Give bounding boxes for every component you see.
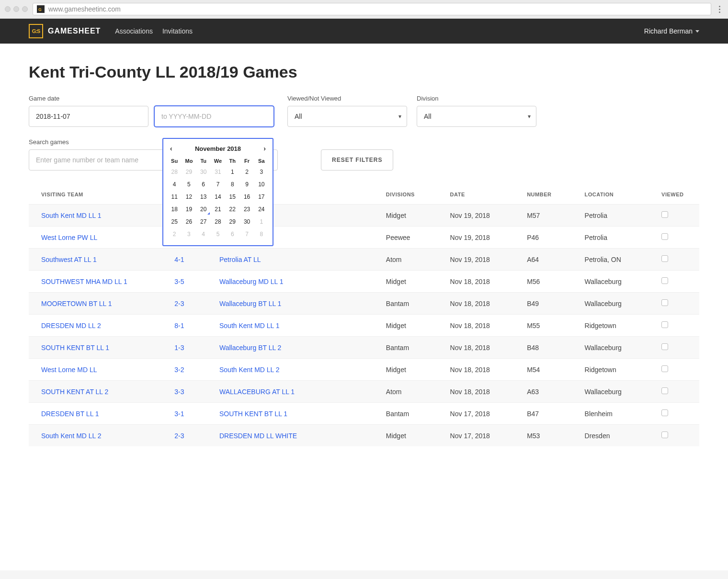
date-from-input[interactable] bbox=[29, 106, 148, 127]
datepicker-day-muted[interactable]: 2 bbox=[167, 228, 182, 240]
viewed-checkbox[interactable] bbox=[661, 321, 668, 328]
reset-filters-button[interactable]: RESET FILTERS bbox=[321, 149, 393, 170]
home-team-link[interactable]: SOUTH KENT BT LL 1 bbox=[219, 410, 287, 418]
table-row[interactable]: West Lorne MD LL3-2South Kent MD LL 2Mid… bbox=[29, 359, 699, 381]
home-team-link[interactable]: South Kent MD LL 1 bbox=[219, 322, 280, 329]
viewed-checkbox[interactable] bbox=[661, 387, 668, 394]
table-row[interactable]: SOUTH KENT BT LL 11-3Wallaceburg BT LL 2… bbox=[29, 337, 699, 359]
nav-link-associations[interactable]: Associations bbox=[115, 27, 153, 35]
viewed-checkbox[interactable] bbox=[661, 233, 668, 240]
home-team-link[interactable]: DRESDEN MD LL WHITE bbox=[219, 432, 297, 440]
datepicker-day[interactable]: 6 bbox=[196, 178, 211, 191]
browser-menu-icon[interactable] bbox=[716, 6, 723, 13]
table-row[interactable]: SOUTH KENT AT LL 23-3WALLACEBURG AT LL 1… bbox=[29, 381, 699, 403]
datepicker-day[interactable]: 5 bbox=[182, 178, 196, 191]
home-team-link[interactable]: Petrolia AT LL bbox=[219, 256, 261, 263]
date-to-input[interactable] bbox=[154, 106, 274, 127]
table-row[interactable]: SOUTHWEST MHA MD LL 13-5Wallaceburg MD L… bbox=[29, 271, 699, 293]
datepicker-day[interactable]: 14 bbox=[211, 191, 225, 203]
visiting-team-link[interactable]: SOUTHWEST MHA MD LL 1 bbox=[41, 278, 127, 285]
nav-link-invitations[interactable]: Invitations bbox=[162, 27, 193, 35]
datepicker-next-icon[interactable]: › bbox=[263, 145, 266, 152]
datepicker-day[interactable]: 9 bbox=[239, 178, 254, 191]
visiting-team-link[interactable]: DRESDEN MD LL 2 bbox=[41, 322, 101, 329]
datepicker-day[interactable]: 11 bbox=[167, 191, 182, 203]
window-close[interactable] bbox=[5, 6, 11, 12]
datepicker-day[interactable]: 22 bbox=[225, 203, 239, 216]
datepicker-day[interactable]: 26 bbox=[182, 216, 196, 228]
window-maximize[interactable] bbox=[22, 6, 28, 12]
visiting-team-link[interactable]: West Lorne PW LL bbox=[41, 234, 97, 241]
viewed-checkbox[interactable] bbox=[661, 277, 668, 284]
table-row[interactable]: South Kent MD LL 17-3Petrolia MD LLMidge… bbox=[29, 204, 699, 227]
datepicker-day[interactable]: 7 bbox=[211, 178, 225, 191]
visiting-team-link[interactable]: South Kent MD LL 1 bbox=[41, 212, 102, 219]
datepicker-day[interactable]: 4 bbox=[167, 178, 182, 191]
datepicker-day[interactable]: 2 bbox=[239, 166, 254, 178]
datepicker-day-muted[interactable]: 5 bbox=[211, 228, 225, 240]
viewed-checkbox[interactable] bbox=[661, 409, 668, 416]
visiting-team-link[interactable]: SOUTH KENT AT LL 2 bbox=[41, 388, 108, 396]
datepicker-day-muted[interactable]: 1 bbox=[254, 216, 269, 228]
viewed-checkbox[interactable] bbox=[661, 431, 668, 438]
home-team-link[interactable]: Wallaceburg BT LL 1 bbox=[219, 300, 281, 307]
visiting-team-link[interactable]: West Lorne MD LL bbox=[41, 366, 97, 374]
datepicker-day[interactable]: 3 bbox=[254, 166, 269, 178]
table-row[interactable]: DRESDEN MD LL 28-1South Kent MD LL 1Midg… bbox=[29, 315, 699, 337]
visiting-team-link[interactable]: MOORETOWN BT LL 1 bbox=[41, 300, 112, 307]
user-menu[interactable]: Richard Berman bbox=[644, 27, 699, 35]
table-row[interactable]: Southwest AT LL 14-1Petrolia AT LLAtomNo… bbox=[29, 249, 699, 271]
datepicker-day[interactable]: 13 bbox=[196, 191, 211, 203]
viewed-checkbox[interactable] bbox=[661, 365, 668, 372]
datepicker-day[interactable]: 28 bbox=[211, 216, 225, 228]
division-select[interactable]: All bbox=[417, 106, 536, 127]
brand[interactable]: G:S GAMESHEET bbox=[29, 24, 101, 38]
datepicker-day[interactable]: 1 bbox=[225, 166, 239, 178]
url-bar[interactable]: G www.gamesheetinc.com bbox=[33, 3, 711, 15]
datepicker-day[interactable]: 16 bbox=[239, 191, 254, 203]
datepicker-day[interactable]: 25 bbox=[167, 216, 182, 228]
datepicker-day[interactable]: 29 bbox=[225, 216, 239, 228]
visiting-team-link[interactable]: SOUTH KENT BT LL 1 bbox=[41, 344, 109, 352]
datepicker-day[interactable]: 10 bbox=[254, 178, 269, 191]
datepicker-day-muted[interactable]: 3 bbox=[182, 228, 196, 240]
datepicker-day-muted[interactable]: 7 bbox=[239, 228, 254, 240]
datepicker-day[interactable]: 21 bbox=[211, 203, 225, 216]
datepicker-day-muted[interactable]: 6 bbox=[225, 228, 239, 240]
home-team-link[interactable]: WALLACEBURG AT LL 1 bbox=[219, 388, 295, 396]
datepicker-day[interactable]: 18 bbox=[167, 203, 182, 216]
datepicker-prev-icon[interactable]: ‹ bbox=[170, 145, 172, 152]
visiting-team-link[interactable]: South Kent MD LL 2 bbox=[41, 432, 102, 440]
home-team-link[interactable]: South Kent MD LL 2 bbox=[219, 366, 280, 374]
viewed-checkbox[interactable] bbox=[661, 343, 668, 350]
window-minimize[interactable] bbox=[13, 6, 19, 12]
datepicker-day[interactable]: 19 bbox=[182, 203, 196, 216]
table-row[interactable]: West Lorne PW LL2-2Petrolia PW LLPeeweeN… bbox=[29, 227, 699, 249]
datepicker-day[interactable]: 17 bbox=[254, 191, 269, 203]
datepicker-day-muted[interactable]: 8 bbox=[254, 228, 269, 240]
viewed-checkbox[interactable] bbox=[661, 299, 668, 306]
viewed-select[interactable]: All bbox=[287, 106, 407, 127]
datepicker-day[interactable]: 20 bbox=[196, 203, 211, 216]
table-row[interactable]: South Kent MD LL 22-3DRESDEN MD LL WHITE… bbox=[29, 425, 699, 447]
datepicker-day-muted[interactable]: 30 bbox=[196, 166, 211, 178]
datepicker-day-muted[interactable]: 29 bbox=[182, 166, 196, 178]
datepicker-day-muted[interactable]: 31 bbox=[211, 166, 225, 178]
home-team-link[interactable]: Wallaceburg MD LL 1 bbox=[219, 278, 284, 285]
visiting-team-link[interactable]: DRESDEN BT LL 1 bbox=[41, 410, 99, 418]
datepicker-day-muted[interactable]: 28 bbox=[167, 166, 182, 178]
datepicker-day[interactable]: 23 bbox=[239, 203, 254, 216]
home-team-link[interactable]: Wallaceburg BT LL 2 bbox=[219, 344, 281, 352]
datepicker-day-muted[interactable]: 4 bbox=[196, 228, 211, 240]
datepicker-day[interactable]: 27 bbox=[196, 216, 211, 228]
datepicker-day[interactable]: 8 bbox=[225, 178, 239, 191]
datepicker-day[interactable]: 24 bbox=[254, 203, 269, 216]
datepicker-day[interactable]: 30 bbox=[239, 216, 254, 228]
table-row[interactable]: MOORETOWN BT LL 12-3Wallaceburg BT LL 1B… bbox=[29, 293, 699, 315]
datepicker-day[interactable]: 15 bbox=[225, 191, 239, 203]
table-row[interactable]: DRESDEN BT LL 13-1SOUTH KENT BT LL 1Bant… bbox=[29, 403, 699, 425]
visiting-team-link[interactable]: Southwest AT LL 1 bbox=[41, 256, 97, 263]
viewed-checkbox[interactable] bbox=[661, 255, 668, 262]
viewed-checkbox[interactable] bbox=[661, 211, 668, 218]
datepicker-day[interactable]: 12 bbox=[182, 191, 196, 203]
